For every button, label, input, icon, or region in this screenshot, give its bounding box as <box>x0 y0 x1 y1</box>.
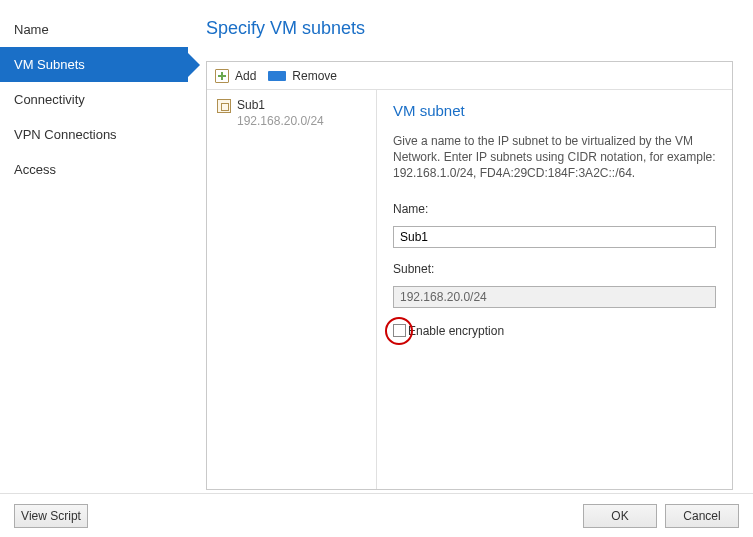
dialog-footer: View Script OK Cancel <box>0 493 753 537</box>
add-label: Add <box>235 69 256 83</box>
sidebar-item-name[interactable]: Name <box>0 12 188 47</box>
section-title: VM subnet <box>393 102 716 119</box>
add-icon <box>215 69 229 83</box>
subnet-icon <box>217 99 231 113</box>
name-label: Name: <box>393 202 716 216</box>
cancel-button[interactable]: Cancel <box>665 504 739 528</box>
subnet-input[interactable] <box>393 286 716 308</box>
enable-encryption-label: Enable encryption <box>408 324 504 338</box>
ok-button[interactable]: OK <box>583 504 657 528</box>
add-button[interactable]: Add <box>215 69 256 83</box>
enable-encryption-row[interactable]: Enable encryption <box>393 324 716 338</box>
sidebar-item-vm-subnets[interactable]: VM Subnets <box>0 47 188 82</box>
wizard-sidebar: Name VM Subnets Connectivity VPN Connect… <box>0 0 188 490</box>
sidebar-item-access[interactable]: Access <box>0 152 188 187</box>
name-input[interactable] <box>393 226 716 248</box>
list-item-name: Sub1 <box>237 98 324 114</box>
content-area: Specify VM subnets Add Remove Sub1 <box>188 0 753 490</box>
sidebar-item-connectivity[interactable]: Connectivity <box>0 82 188 117</box>
detail-pane: VM subnet Give a name to the IP subnet t… <box>377 90 732 489</box>
section-description: Give a name to the IP subnet to be virtu… <box>393 133 716 182</box>
remove-label: Remove <box>292 69 337 83</box>
subnet-panel: Add Remove Sub1 192.168.20.0/24 <box>206 61 733 490</box>
enable-encryption-checkbox[interactable] <box>393 324 406 337</box>
subnet-label: Subnet: <box>393 262 716 276</box>
list-item-cidr: 192.168.20.0/24 <box>237 114 324 130</box>
list-item[interactable]: Sub1 192.168.20.0/24 <box>211 94 372 133</box>
remove-button[interactable]: Remove <box>268 69 337 83</box>
sidebar-item-vpn-connections[interactable]: VPN Connections <box>0 117 188 152</box>
page-title: Specify VM subnets <box>206 18 733 39</box>
view-script-button[interactable]: View Script <box>14 504 88 528</box>
toolbar: Add Remove <box>207 62 732 90</box>
subnet-list: Sub1 192.168.20.0/24 <box>207 90 377 489</box>
remove-icon <box>268 71 286 81</box>
